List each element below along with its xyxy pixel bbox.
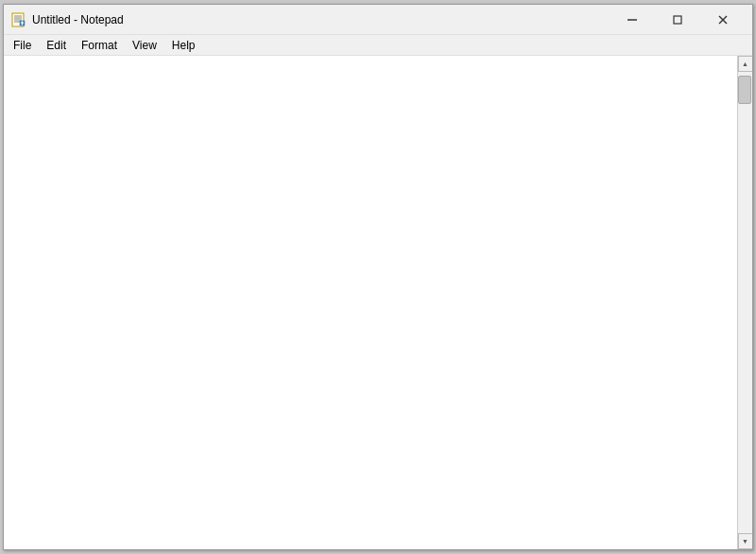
notepad-icon bbox=[11, 12, 26, 27]
window-title: Untitled - Notepad bbox=[32, 13, 124, 26]
minimize-button[interactable] bbox=[610, 9, 654, 31]
menu-file[interactable]: File bbox=[6, 36, 39, 55]
scrollbar-up-arrow[interactable]: ▲ bbox=[738, 56, 753, 72]
title-bar-left: Untitled - Notepad bbox=[11, 12, 124, 27]
menu-view[interactable]: View bbox=[125, 36, 164, 55]
menu-format[interactable]: Format bbox=[74, 36, 125, 55]
menu-help[interactable]: Help bbox=[164, 36, 203, 55]
svg-rect-9 bbox=[674, 16, 681, 24]
title-bar-controls bbox=[610, 9, 745, 31]
notepad-window: Untitled - Notepad File Edi bbox=[3, 4, 753, 550]
menu-bar: File Edit Format View Help bbox=[4, 35, 752, 56]
title-bar: Untitled - Notepad bbox=[4, 5, 752, 35]
text-editor[interactable] bbox=[4, 56, 737, 549]
menu-edit[interactable]: Edit bbox=[39, 36, 74, 55]
scrollbar-vertical: ▲ ▼ bbox=[737, 56, 752, 549]
maximize-button[interactable] bbox=[656, 9, 699, 31]
close-button[interactable] bbox=[701, 9, 745, 31]
editor-area: ▲ ▼ bbox=[4, 56, 752, 549]
scrollbar-down-arrow[interactable]: ▼ bbox=[738, 533, 753, 549]
scrollbar-thumb[interactable] bbox=[738, 76, 751, 104]
scrollbar-thumb-area bbox=[738, 72, 752, 533]
